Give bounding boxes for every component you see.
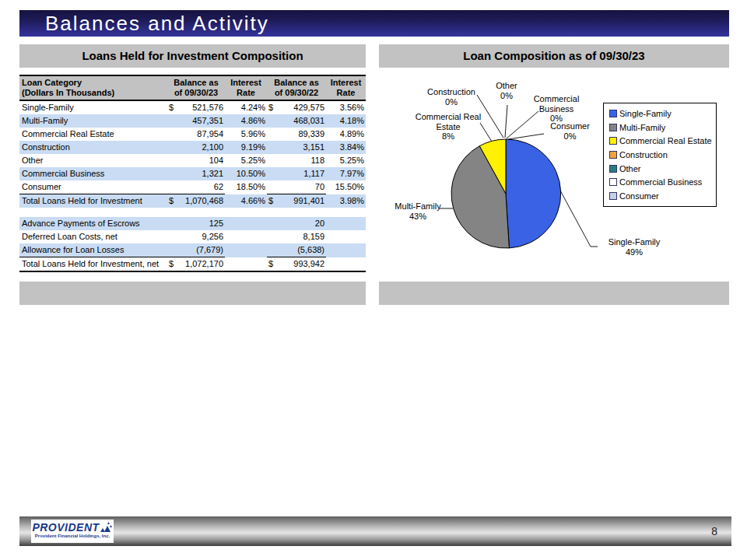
company-logo: PROVIDENT Provident Financial Holdings, … — [31, 520, 114, 543]
page-number: 8 — [711, 516, 717, 546]
slide: Balances and Activity Loans Held for Inv… — [0, 0, 747, 560]
pie-label-consumer: Consumer 0% — [533, 121, 607, 141]
legend-label: Other — [619, 164, 641, 173]
legend-swatch — [609, 151, 617, 159]
pie-label-single-family: Single-Family 49% — [595, 237, 673, 257]
legend-label: Single-Family — [619, 109, 672, 118]
table-row: Deferred Loan Costs, net9,2568,159 — [19, 230, 366, 243]
loan-table-header: Loan Category (Dollars In Thousands) Bal… — [19, 75, 366, 100]
legend-label: Multi-Family — [619, 123, 665, 132]
pie-label-commercial-real-estate: Commercial Real Estate 8% — [409, 112, 487, 142]
table-row: Other1045.25%1185.25% — [19, 154, 366, 167]
legend-label: Construction — [619, 150, 668, 159]
right-panel-header: Loan Composition as of 09/30/23 — [379, 44, 729, 68]
legend-swatch — [609, 137, 617, 145]
legend-label: Commercial Business — [619, 177, 702, 187]
legend-item: Multi-Family — [609, 123, 713, 132]
legend-item: Other — [609, 164, 713, 173]
legend-swatch — [609, 165, 617, 173]
table-spacer-row — [19, 208, 366, 217]
slide-title-bar: Balances and Activity — [19, 10, 729, 37]
table-row: Total Loans Held for Investment, net$1,0… — [19, 257, 366, 272]
pie-label-construction: Construction 0% — [412, 87, 490, 107]
legend-item: Consumer — [609, 191, 713, 201]
legend-item: Construction — [609, 150, 713, 159]
table-row: Commercial Business1,32110.50%1,1177.97% — [19, 167, 366, 180]
legend-item: Commercial Business — [609, 177, 713, 187]
pie-label-multi-family: Multi-Family 43% — [381, 201, 455, 221]
col-header-category: Loan Category (Dollars In Thousands) — [19, 75, 167, 100]
right-panel-bottom-bar — [379, 282, 729, 305]
col-header-rate-2022: Interest Rate — [326, 75, 366, 100]
slide-title: Balances and Activity — [45, 12, 269, 35]
table-row: Multi-Family457,3514.86%468,0314.18% — [19, 114, 366, 128]
pie-label-commercial-business: Commercial Business 0% — [517, 94, 595, 124]
pie-slice-single-family — [506, 139, 561, 248]
logo-tagline: Provident Financial Holdings, Inc. — [31, 533, 114, 539]
left-panel-header: Loans Held for Investment Composition — [19, 44, 366, 68]
table-row: Advance Payments of Escrows12520 — [19, 217, 366, 230]
pie-legend: Single-FamilyMulti-FamilyCommercial Real… — [603, 103, 717, 207]
table-row: Commercial Real Estate87,9545.96%89,3394… — [19, 128, 366, 141]
legend-swatch — [609, 192, 617, 200]
logo-mountain-icon — [100, 522, 113, 532]
legend-swatch — [609, 124, 617, 131]
legend-label: Commercial Real Estate — [619, 136, 712, 145]
table-row: Single-Family$521,5764.24%$429,5753.56% — [19, 100, 366, 114]
footer-bar: PROVIDENT Provident Financial Holdings, … — [19, 516, 731, 546]
col-header-balance-2022: Balance as of 09/30/22 — [267, 75, 326, 100]
pie-chart-area: Construction 0% Other 0% Commercial Busi… — [379, 68, 729, 282]
legend-label: Consumer — [619, 191, 659, 201]
table-row: Total Loans Held for Investment$1,070,46… — [19, 194, 366, 208]
legend-item: Single-Family — [609, 109, 713, 118]
table-row: Construction2,1009.19%3,1513.84% — [19, 141, 366, 154]
legend-swatch — [609, 110, 617, 117]
right-panel-title: Loan Composition as of 09/30/23 — [463, 49, 644, 62]
left-panel-bottom-bar — [19, 282, 366, 305]
legend-swatch — [609, 178, 617, 186]
table-row: Allowance for Loan Losses(7,679)(5,638) — [19, 243, 366, 257]
col-header-rate-2023: Interest Rate — [225, 75, 267, 100]
col-header-balance-2023: Balance as of 09/30/23 — [167, 75, 225, 100]
left-panel-title: Loans Held for Investment Composition — [82, 49, 303, 62]
loan-table: Loan Category (Dollars In Thousands) Bal… — [19, 75, 366, 272]
logo-text: PROVIDENT — [32, 521, 99, 534]
legend-item: Commercial Real Estate — [609, 136, 713, 145]
table-row: Consumer6218.50%7015.50% — [19, 180, 366, 194]
